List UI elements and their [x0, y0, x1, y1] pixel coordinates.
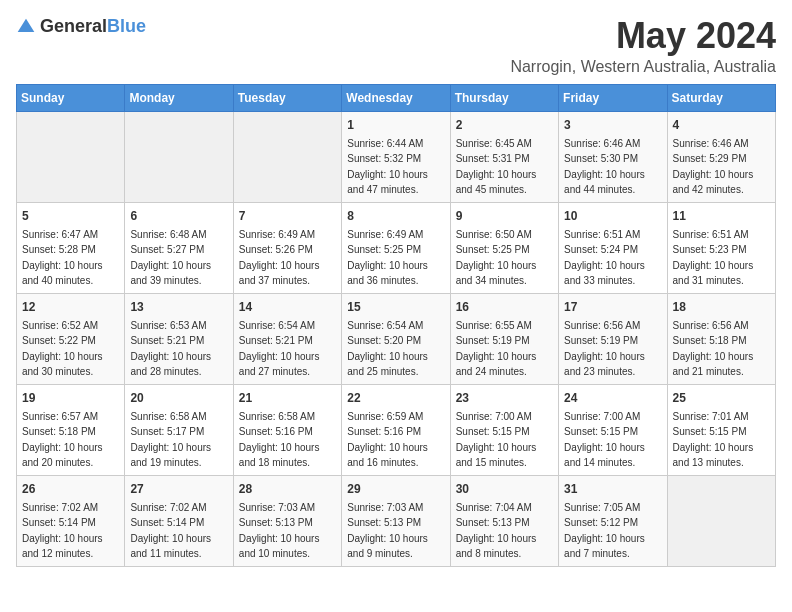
week-row-4: 19Sunrise: 6:57 AMSunset: 5:18 PMDayligh…: [17, 384, 776, 475]
day-info: Sunrise: 6:58 AMSunset: 5:16 PMDaylight:…: [239, 409, 336, 471]
calendar-cell: [233, 111, 341, 202]
day-number: 22: [347, 389, 444, 407]
calendar-cell: 27Sunrise: 7:02 AMSunset: 5:14 PMDayligh…: [125, 475, 233, 566]
day-info: Sunrise: 7:04 AMSunset: 5:13 PMDaylight:…: [456, 500, 553, 562]
calendar-cell: [17, 111, 125, 202]
header-saturday: Saturday: [667, 84, 775, 111]
calendar-cell: 15Sunrise: 6:54 AMSunset: 5:20 PMDayligh…: [342, 293, 450, 384]
day-number: 12: [22, 298, 119, 316]
day-info: Sunrise: 6:46 AMSunset: 5:29 PMDaylight:…: [673, 136, 770, 198]
day-info: Sunrise: 7:00 AMSunset: 5:15 PMDaylight:…: [564, 409, 661, 471]
calendar-cell: 29Sunrise: 7:03 AMSunset: 5:13 PMDayligh…: [342, 475, 450, 566]
day-number: 15: [347, 298, 444, 316]
day-number: 26: [22, 480, 119, 498]
header-tuesday: Tuesday: [233, 84, 341, 111]
logo-text-blue: Blue: [107, 16, 146, 36]
day-number: 18: [673, 298, 770, 316]
week-row-1: 1Sunrise: 6:44 AMSunset: 5:32 PMDaylight…: [17, 111, 776, 202]
main-title: May 2024: [510, 16, 776, 56]
title-block: May 2024 Narrogin, Western Australia, Au…: [510, 16, 776, 76]
header-monday: Monday: [125, 84, 233, 111]
day-number: 2: [456, 116, 553, 134]
calendar-cell: 12Sunrise: 6:52 AMSunset: 5:22 PMDayligh…: [17, 293, 125, 384]
calendar-cell: 4Sunrise: 6:46 AMSunset: 5:29 PMDaylight…: [667, 111, 775, 202]
header-sunday: Sunday: [17, 84, 125, 111]
day-number: 14: [239, 298, 336, 316]
day-number: 13: [130, 298, 227, 316]
calendar-cell: [667, 475, 775, 566]
day-info: Sunrise: 6:44 AMSunset: 5:32 PMDaylight:…: [347, 136, 444, 198]
calendar-cell: 23Sunrise: 7:00 AMSunset: 5:15 PMDayligh…: [450, 384, 558, 475]
day-number: 11: [673, 207, 770, 225]
day-info: Sunrise: 6:54 AMSunset: 5:21 PMDaylight:…: [239, 318, 336, 380]
day-info: Sunrise: 6:56 AMSunset: 5:19 PMDaylight:…: [564, 318, 661, 380]
calendar-cell: 3Sunrise: 6:46 AMSunset: 5:30 PMDaylight…: [559, 111, 667, 202]
day-number: 25: [673, 389, 770, 407]
day-number: 23: [456, 389, 553, 407]
day-info: Sunrise: 7:02 AMSunset: 5:14 PMDaylight:…: [22, 500, 119, 562]
day-info: Sunrise: 6:46 AMSunset: 5:30 PMDaylight:…: [564, 136, 661, 198]
day-number: 8: [347, 207, 444, 225]
day-info: Sunrise: 6:45 AMSunset: 5:31 PMDaylight:…: [456, 136, 553, 198]
day-number: 28: [239, 480, 336, 498]
day-number: 4: [673, 116, 770, 134]
day-number: 27: [130, 480, 227, 498]
calendar-cell: 14Sunrise: 6:54 AMSunset: 5:21 PMDayligh…: [233, 293, 341, 384]
day-info: Sunrise: 7:01 AMSunset: 5:15 PMDaylight:…: [673, 409, 770, 471]
calendar-cell: 9Sunrise: 6:50 AMSunset: 5:25 PMDaylight…: [450, 202, 558, 293]
day-number: 20: [130, 389, 227, 407]
day-number: 7: [239, 207, 336, 225]
week-row-2: 5Sunrise: 6:47 AMSunset: 5:28 PMDaylight…: [17, 202, 776, 293]
calendar-cell: 26Sunrise: 7:02 AMSunset: 5:14 PMDayligh…: [17, 475, 125, 566]
day-info: Sunrise: 6:48 AMSunset: 5:27 PMDaylight:…: [130, 227, 227, 289]
day-info: Sunrise: 7:03 AMSunset: 5:13 PMDaylight:…: [347, 500, 444, 562]
calendar-cell: 22Sunrise: 6:59 AMSunset: 5:16 PMDayligh…: [342, 384, 450, 475]
day-number: 17: [564, 298, 661, 316]
calendar-cell: 25Sunrise: 7:01 AMSunset: 5:15 PMDayligh…: [667, 384, 775, 475]
calendar-cell: 17Sunrise: 6:56 AMSunset: 5:19 PMDayligh…: [559, 293, 667, 384]
day-info: Sunrise: 6:57 AMSunset: 5:18 PMDaylight:…: [22, 409, 119, 471]
day-info: Sunrise: 6:59 AMSunset: 5:16 PMDaylight:…: [347, 409, 444, 471]
day-info: Sunrise: 7:03 AMSunset: 5:13 PMDaylight:…: [239, 500, 336, 562]
header-friday: Friday: [559, 84, 667, 111]
calendar-cell: 6Sunrise: 6:48 AMSunset: 5:27 PMDaylight…: [125, 202, 233, 293]
day-info: Sunrise: 6:47 AMSunset: 5:28 PMDaylight:…: [22, 227, 119, 289]
day-info: Sunrise: 7:00 AMSunset: 5:15 PMDaylight:…: [456, 409, 553, 471]
day-number: 29: [347, 480, 444, 498]
calendar-cell: 11Sunrise: 6:51 AMSunset: 5:23 PMDayligh…: [667, 202, 775, 293]
day-number: 1: [347, 116, 444, 134]
page-header: GeneralBlue May 2024 Narrogin, Western A…: [16, 16, 776, 76]
calendar-cell: 2Sunrise: 6:45 AMSunset: 5:31 PMDaylight…: [450, 111, 558, 202]
day-info: Sunrise: 6:58 AMSunset: 5:17 PMDaylight:…: [130, 409, 227, 471]
day-info: Sunrise: 6:51 AMSunset: 5:23 PMDaylight:…: [673, 227, 770, 289]
calendar-cell: 20Sunrise: 6:58 AMSunset: 5:17 PMDayligh…: [125, 384, 233, 475]
day-number: 24: [564, 389, 661, 407]
day-info: Sunrise: 6:54 AMSunset: 5:20 PMDaylight:…: [347, 318, 444, 380]
day-info: Sunrise: 6:56 AMSunset: 5:18 PMDaylight:…: [673, 318, 770, 380]
day-info: Sunrise: 6:52 AMSunset: 5:22 PMDaylight:…: [22, 318, 119, 380]
calendar-cell: 19Sunrise: 6:57 AMSunset: 5:18 PMDayligh…: [17, 384, 125, 475]
day-number: 10: [564, 207, 661, 225]
calendar-cell: 13Sunrise: 6:53 AMSunset: 5:21 PMDayligh…: [125, 293, 233, 384]
header-wednesday: Wednesday: [342, 84, 450, 111]
calendar-cell: 16Sunrise: 6:55 AMSunset: 5:19 PMDayligh…: [450, 293, 558, 384]
calendar-cell: 18Sunrise: 6:56 AMSunset: 5:18 PMDayligh…: [667, 293, 775, 384]
calendar-header-row: SundayMondayTuesdayWednesdayThursdayFrid…: [17, 84, 776, 111]
day-info: Sunrise: 6:55 AMSunset: 5:19 PMDaylight:…: [456, 318, 553, 380]
day-number: 19: [22, 389, 119, 407]
logo-text-general: General: [40, 16, 107, 36]
day-info: Sunrise: 6:49 AMSunset: 5:25 PMDaylight:…: [347, 227, 444, 289]
day-info: Sunrise: 6:50 AMSunset: 5:25 PMDaylight:…: [456, 227, 553, 289]
calendar-cell: 8Sunrise: 6:49 AMSunset: 5:25 PMDaylight…: [342, 202, 450, 293]
day-info: Sunrise: 6:49 AMSunset: 5:26 PMDaylight:…: [239, 227, 336, 289]
calendar-cell: 10Sunrise: 6:51 AMSunset: 5:24 PMDayligh…: [559, 202, 667, 293]
calendar-cell: 1Sunrise: 6:44 AMSunset: 5:32 PMDaylight…: [342, 111, 450, 202]
day-number: 5: [22, 207, 119, 225]
svg-marker-0: [18, 18, 35, 31]
logo-icon: [16, 17, 36, 37]
calendar-cell: 31Sunrise: 7:05 AMSunset: 5:12 PMDayligh…: [559, 475, 667, 566]
day-info: Sunrise: 6:53 AMSunset: 5:21 PMDaylight:…: [130, 318, 227, 380]
calendar-cell: 28Sunrise: 7:03 AMSunset: 5:13 PMDayligh…: [233, 475, 341, 566]
subtitle: Narrogin, Western Australia, Australia: [510, 58, 776, 76]
day-number: 6: [130, 207, 227, 225]
